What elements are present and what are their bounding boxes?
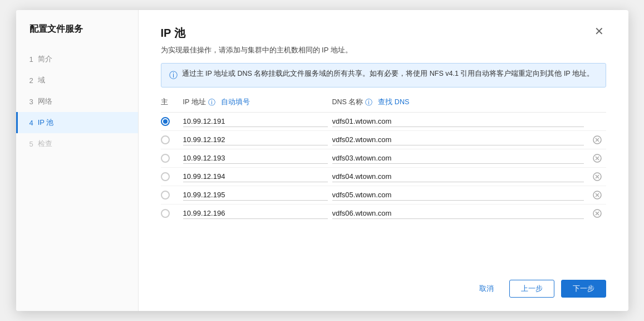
close-button[interactable]: ✕ <box>592 26 606 37</box>
footer: 取消 上一步 下一步 <box>161 266 606 298</box>
step-number: 4 <box>30 119 33 127</box>
cancel-button[interactable]: 取消 <box>470 280 503 297</box>
table-header: 主 IP 地址 ⓘ 自动填号 DNS 名称 ⓘ 查找 DNS <box>161 98 606 113</box>
sidebar-item-3[interactable]: 3网络 <box>16 91 138 112</box>
prev-button[interactable]: 上一步 <box>509 280 554 298</box>
ip-info-icon[interactable]: ⓘ <box>208 98 215 108</box>
main-subtitle: 为实现最佳操作，请添加与集群中的主机数相同的 IP 地址。 <box>161 45 606 55</box>
step-number: 1 <box>30 55 33 64</box>
primary-radio[interactable] <box>161 135 170 144</box>
primary-radio[interactable] <box>161 117 170 126</box>
primary-radio[interactable] <box>161 209 170 218</box>
find-dns-link[interactable]: 查找 DNS <box>378 98 409 107</box>
table-row <box>161 205 606 222</box>
remove-row-button[interactable] <box>588 209 606 218</box>
remove-row-button[interactable] <box>588 191 606 200</box>
col-primary-header: 主 <box>161 98 179 107</box>
dns-input[interactable] <box>332 171 584 182</box>
sidebar-title: 配置文件服务 <box>16 23 138 48</box>
dns-info-icon[interactable]: ⓘ <box>365 98 372 108</box>
sidebar: 配置文件服务 1简介2域3网络4IP 池5检查 <box>16 10 139 311</box>
dns-input[interactable] <box>332 189 584 201</box>
primary-radio[interactable] <box>161 154 170 163</box>
ip-table: 主 IP 地址 ⓘ 自动填号 DNS 名称 ⓘ 查找 DNS <box>161 98 606 222</box>
sidebar-item-4[interactable]: 4IP 池 <box>16 112 138 133</box>
table-row <box>161 186 606 205</box>
dns-input[interactable] <box>332 208 584 219</box>
info-banner-text: 通过主 IP 地址或 DNS 名称挂载此文件服务域的所有共享。如有必要，将使用 … <box>182 69 594 79</box>
table-row <box>161 168 606 186</box>
dns-input[interactable] <box>332 153 584 164</box>
step-number: 5 <box>30 140 33 148</box>
auto-fill-link[interactable]: 自动填号 <box>221 98 250 107</box>
primary-radio[interactable] <box>161 191 170 200</box>
sidebar-item-label: 域 <box>38 75 45 85</box>
ip-input[interactable] <box>183 134 328 145</box>
table-row <box>161 113 606 131</box>
sidebar-item-1[interactable]: 1简介 <box>16 48 138 70</box>
step-number: 3 <box>30 98 33 106</box>
table-row <box>161 149 606 168</box>
sidebar-item-5: 5检查 <box>16 133 138 154</box>
col-dns-header: DNS 名称 ⓘ 查找 DNS <box>332 98 584 108</box>
dns-input[interactable] <box>332 134 584 145</box>
ip-input[interactable] <box>183 153 328 164</box>
info-icon: ⓘ <box>169 69 178 82</box>
main-title: IP 池 <box>161 26 185 41</box>
main-header: IP 池 ✕ <box>161 26 606 41</box>
remove-row-button[interactable] <box>588 135 606 144</box>
primary-radio[interactable] <box>161 172 170 181</box>
ip-input[interactable] <box>183 189 328 201</box>
sidebar-item-label: 简介 <box>38 54 52 64</box>
sidebar-item-label: 网络 <box>38 96 52 106</box>
ip-input[interactable] <box>183 208 328 219</box>
table-row <box>161 131 606 149</box>
remove-row-button[interactable] <box>588 154 606 163</box>
sidebar-item-label: IP 池 <box>38 118 54 128</box>
info-banner: ⓘ 通过主 IP 地址或 DNS 名称挂载此文件服务域的所有共享。如有必要，将使… <box>161 63 606 87</box>
ip-input[interactable] <box>183 171 328 182</box>
step-number: 2 <box>30 76 33 85</box>
ip-input[interactable] <box>183 116 328 127</box>
next-button[interactable]: 下一步 <box>561 280 606 298</box>
main-content: IP 池 ✕ 为实现最佳操作，请添加与集群中的主机数相同的 IP 地址。 ⓘ 通… <box>139 10 628 311</box>
sidebar-item-label: 检查 <box>38 139 52 149</box>
sidebar-item-2[interactable]: 2域 <box>16 70 138 91</box>
remove-row-button[interactable] <box>588 172 606 181</box>
dialog: 配置文件服务 1简介2域3网络4IP 池5检查 IP 池 ✕ 为实现最佳操作，请… <box>16 10 628 311</box>
dns-input[interactable] <box>332 116 584 127</box>
col-ip-header: IP 地址 ⓘ 自动填号 <box>183 98 328 108</box>
